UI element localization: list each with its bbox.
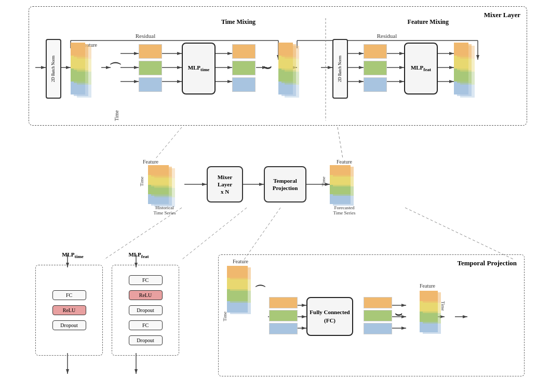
tensor5-row1 — [364, 44, 387, 59]
tensor1-shadow2 — [77, 46, 91, 98]
temporal-proj-title: Temporal Projection — [458, 259, 517, 267]
mlp-feat-dropout2: Dropout — [129, 335, 163, 345]
mlp-feat-box: MLPfeat — [404, 43, 438, 94]
historical-ts-label: Feature — [143, 158, 158, 166]
tp-output-tensor-s — [423, 292, 441, 334]
permute-tp: ⌒ — [254, 283, 266, 299]
batch-norm-left-label: 2D Batch Norm — [51, 56, 56, 82]
mlp-time-label: MLPtime — [188, 64, 210, 72]
tensor3-row2 — [232, 61, 256, 75]
mlp-feat-title: MLPfeat — [120, 251, 157, 259]
tensor6-shadow2 — [460, 46, 475, 98]
mixer-layer-title: Mixer Layer — [484, 11, 520, 19]
time-label-hist: Time — [139, 177, 144, 186]
permute-symbol-2: ⌣ — [263, 60, 272, 74]
permute-symbol-1: ⌒ — [109, 60, 122, 77]
tp-fc-box: Fully Connected(FC) — [306, 297, 353, 336]
tensor3-row3 — [232, 77, 256, 92]
temporal-proj-mid-label: TemporalProjection — [273, 177, 298, 192]
time-label-forecast: Time — [321, 177, 326, 186]
tensor3-row1 — [232, 44, 256, 59]
tp-out-row1 — [364, 297, 392, 308]
batch-norm-right-label: 2D Batch Norm — [338, 56, 343, 82]
mlp-feat-detail-box: FC ReLU Dropout FC Dropout — [112, 265, 179, 356]
mlp-time-fc: FC — [52, 290, 86, 300]
svg-line-47 — [405, 208, 514, 260]
mlp-feat-relu: ReLU — [129, 290, 163, 300]
tensor5-row2 — [364, 61, 387, 75]
tp-output-feature-label: Feature — [420, 283, 435, 289]
time-label-tp: Time — [222, 312, 227, 321]
svg-line-39 — [338, 127, 343, 158]
mlp-time-relu: ReLU — [52, 305, 86, 315]
mlp-time-title: MLPtime — [55, 251, 91, 259]
mlp-time-detail-box: FC ReLU Dropout — [35, 265, 103, 356]
tensor4-shadow2 — [285, 46, 299, 98]
svg-line-45 — [182, 208, 247, 260]
mlp-feat-dropout1: Dropout — [129, 305, 163, 315]
tp-output-time-label: Time — [440, 301, 446, 311]
tensor2-row2 — [139, 61, 162, 75]
diagram-container: Residual Residual — [0, 0, 537, 392]
historical-tensor-s2 — [154, 168, 175, 207]
tp-input-tensor-s — [230, 267, 251, 314]
time-mixing-label: Time Mixing — [221, 18, 256, 26]
tp-out-row2 — [364, 310, 392, 321]
mlp-time-box: MLPtime — [182, 43, 216, 94]
mixer-layer-mid-label: MixerLayerx N — [218, 173, 233, 196]
svg-line-38 — [156, 127, 182, 158]
tp-row2 — [269, 310, 298, 321]
temporal-proj-mid: TemporalProjection — [264, 166, 306, 202]
temporal-feature-label: Feature — [233, 259, 248, 264]
tensor2-row1 — [139, 44, 162, 59]
mixer-layer-box: Mixer Layer Time Mixing Feature Mixing — [29, 6, 527, 126]
feature-mixing-label: Feature Mixing — [408, 18, 449, 26]
forecasted-ts-text: ForecastedTime Series — [326, 205, 363, 215]
forecasted-ts-label: Feature — [337, 158, 352, 166]
forecasted-tensor-s — [333, 167, 354, 206]
tp-out-row3 — [364, 323, 392, 334]
mlp-time-dropout: Dropout — [52, 320, 86, 330]
svg-line-46 — [244, 208, 280, 260]
batch-norm-right: 2D Batch Norm — [332, 39, 348, 99]
historical-ts-text: HistoricalTime Series — [146, 205, 183, 215]
tp-fc-label: Fully Connected(FC) — [310, 308, 350, 325]
mlp-feat-fc1: FC — [129, 275, 163, 285]
tensor2-row3 — [139, 77, 162, 92]
mlp-feat-label: MLPfeat — [411, 64, 431, 72]
permute-tp2: ⌣ — [395, 307, 402, 321]
tensor5-row3 — [364, 77, 387, 92]
tp-row3 — [269, 323, 298, 334]
tp-row1 — [269, 297, 298, 308]
mlp-feat-fc2: FC — [129, 320, 163, 330]
batch-norm-left: 2D Batch Norm — [46, 39, 61, 99]
mixer-layer-mid: MixerLayerx N — [207, 166, 243, 202]
